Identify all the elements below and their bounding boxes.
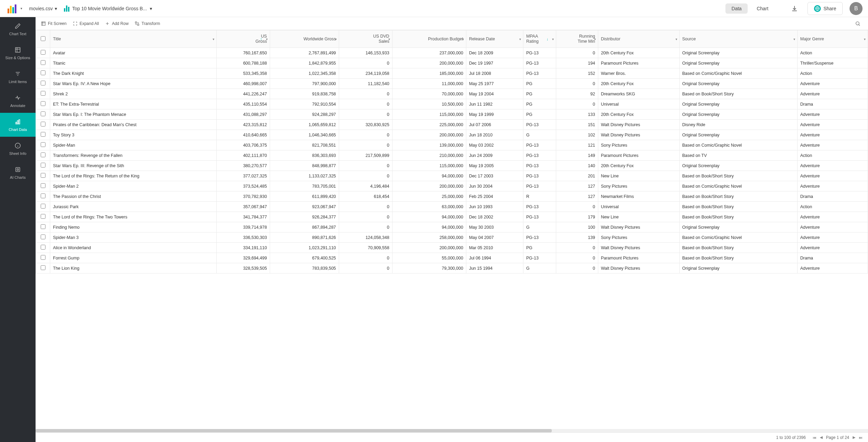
column-menu-icon[interactable]: ▾ — [266, 37, 268, 41]
table-cell[interactable]: Shrek 2 — [50, 89, 217, 99]
table-cell[interactable]: Jun 11 1982 — [466, 99, 523, 109]
table-row[interactable]: ET: The Extra-Terrestrial435,110,554792,… — [36, 99, 868, 109]
table-cell[interactable]: 55,000,000 — [392, 253, 466, 263]
table-cell[interactable]: Dec 19 1997 — [466, 58, 523, 68]
table-cell[interactable]: PG-13 — [523, 120, 556, 130]
table-cell[interactable]: G — [523, 130, 556, 140]
table-cell[interactable]: Based on Book/Short Story — [679, 212, 797, 222]
pager-next-icon[interactable]: ▶ — [853, 435, 855, 440]
table-row[interactable]: Avatar760,167,6502,767,891,499146,153,93… — [36, 48, 868, 58]
table-cell[interactable]: PG — [523, 243, 556, 253]
table-cell[interactable]: Drama — [797, 253, 868, 263]
table-cell[interactable]: 258,000,000 — [392, 232, 466, 243]
table-cell[interactable]: Spider-Man 2 — [50, 181, 217, 191]
table-cell[interactable]: Jul 07 2006 — [466, 120, 523, 130]
table-cell[interactable]: 341,784,377 — [216, 212, 270, 222]
table-cell[interactable]: 0 — [556, 48, 598, 58]
table-row[interactable]: Star Wars Ep. IV: A New Hope460,998,0077… — [36, 79, 868, 89]
table-row[interactable]: Spider-Man 2373,524,485783,705,0014,196,… — [36, 181, 868, 191]
table-cell[interactable]: 0 — [556, 99, 598, 109]
table-cell[interactable]: Avatar — [50, 48, 217, 58]
table-cell[interactable]: PG-13 — [523, 232, 556, 243]
table-cell[interactable]: 679,400,525 — [270, 253, 339, 263]
table-cell[interactable]: 441,226,247 — [216, 89, 270, 99]
pager-last-icon[interactable]: ⏭ — [859, 436, 863, 440]
table-cell[interactable]: 1,065,659,812 — [270, 120, 339, 130]
table-row[interactable]: Toy Story 3410,640,6651,046,340,6650200,… — [36, 130, 868, 140]
table-cell[interactable]: PG-13 — [523, 58, 556, 68]
row-checkbox[interactable] — [41, 122, 45, 126]
table-cell[interactable]: 11,182,540 — [339, 79, 392, 89]
table-cell[interactable]: Alice in Wonderland — [50, 243, 217, 253]
table-cell[interactable]: 919,838,758 — [270, 89, 339, 99]
table-cell[interactable]: 611,899,420 — [270, 191, 339, 202]
table-cell[interactable]: Adventure — [797, 130, 868, 140]
column-header[interactable]: Production Budget▾ — [392, 30, 466, 48]
table-cell[interactable]: 0 — [339, 161, 392, 171]
table-cell[interactable]: Disney Ride — [679, 120, 797, 130]
table-cell[interactable]: New Line — [598, 212, 679, 222]
table-cell[interactable]: 20th Century Fox — [598, 161, 679, 171]
share-button[interactable]: Share — [807, 2, 843, 15]
table-cell[interactable]: 179 — [556, 212, 598, 222]
table-cell[interactable]: Star Wars Ep. I: The Phantom Menace — [50, 109, 217, 120]
row-checkbox[interactable] — [41, 101, 45, 106]
data-table-wrap[interactable]: Title▾USGross↑▾Worldwide Gross▾US DVDSal… — [36, 30, 868, 429]
table-cell[interactable]: Adventure — [797, 232, 868, 243]
table-cell[interactable]: Action — [797, 48, 868, 58]
horizontal-scrollbar[interactable] — [36, 429, 868, 432]
table-cell[interactable]: Jun 30 2004 — [466, 181, 523, 191]
table-cell[interactable]: 1,046,340,665 — [270, 130, 339, 140]
table-cell[interactable]: Warner Bros. — [598, 68, 679, 79]
row-checkbox[interactable] — [41, 214, 45, 219]
table-cell[interactable]: Walt Disney Pictures — [598, 130, 679, 140]
table-cell[interactable]: 0 — [339, 212, 392, 222]
table-cell[interactable]: 0 — [339, 89, 392, 99]
table-cell[interactable]: 115,000,000 — [392, 109, 466, 120]
row-checkbox[interactable] — [41, 193, 45, 198]
table-cell[interactable]: Adventure — [797, 89, 868, 99]
table-cell[interactable]: Walt Disney Pictures — [598, 222, 679, 232]
table-cell[interactable]: Universal — [598, 99, 679, 109]
table-cell[interactable]: 200,000,000 — [392, 181, 466, 191]
table-cell[interactable]: 200,000,000 — [392, 130, 466, 140]
table-cell[interactable]: 0 — [339, 140, 392, 150]
table-cell[interactable]: Feb 25 2004 — [466, 191, 523, 202]
row-checkbox[interactable] — [41, 111, 45, 116]
column-header[interactable]: Major Genre▾ — [797, 30, 868, 48]
table-cell[interactable]: 149 — [556, 150, 598, 161]
table-cell[interactable]: 410,640,665 — [216, 130, 270, 140]
search-button[interactable] — [853, 19, 863, 28]
column-menu-icon[interactable]: ▾ — [388, 37, 390, 41]
table-cell[interactable]: Based on Comic/Graphic Novel — [679, 68, 797, 79]
row-checkbox[interactable] — [41, 183, 45, 188]
column-header[interactable]: Distributor▾ — [598, 30, 679, 48]
table-cell[interactable]: 94,000,000 — [392, 212, 466, 222]
table-cell[interactable]: 848,998,877 — [270, 161, 339, 171]
table-row[interactable]: The Lion King328,539,505783,839,505079,3… — [36, 263, 868, 273]
table-cell[interactable]: Based on Book/Short Story — [679, 171, 797, 181]
table-cell[interactable]: Transformers: Revenge of the Fallen — [50, 150, 217, 161]
table-cell[interactable]: 357,067,947 — [216, 202, 270, 212]
table-cell[interactable]: Original Screenplay — [679, 161, 797, 171]
table-cell[interactable]: Based on Comic/Graphic Novel — [679, 140, 797, 150]
table-cell[interactable]: 1,023,291,110 — [270, 243, 339, 253]
table-cell[interactable]: 0 — [556, 79, 598, 89]
table-cell[interactable]: 0 — [556, 243, 598, 253]
table-cell[interactable]: Adventure — [797, 212, 868, 222]
table-cell[interactable]: 200,000,000 — [392, 58, 466, 68]
pager-prev-icon[interactable]: ◀ — [820, 435, 823, 440]
row-checkbox[interactable] — [41, 142, 45, 147]
table-cell[interactable]: Walt Disney Pictures — [598, 120, 679, 130]
table-cell[interactable]: PG-13 — [523, 181, 556, 191]
table-cell[interactable]: Action — [797, 202, 868, 212]
table-cell[interactable]: Adventure — [797, 263, 868, 273]
table-cell[interactable]: 70,909,558 — [339, 243, 392, 253]
table-cell[interactable]: 821,708,551 — [270, 140, 339, 150]
table-cell[interactable]: Jul 18 2008 — [466, 68, 523, 79]
table-cell[interactable]: 328,539,505 — [216, 263, 270, 273]
row-checkbox[interactable] — [41, 265, 45, 270]
table-cell[interactable]: Newmarket Films — [598, 191, 679, 202]
scrollbar-thumb[interactable] — [36, 429, 552, 432]
table-cell[interactable]: 237,000,000 — [392, 48, 466, 58]
